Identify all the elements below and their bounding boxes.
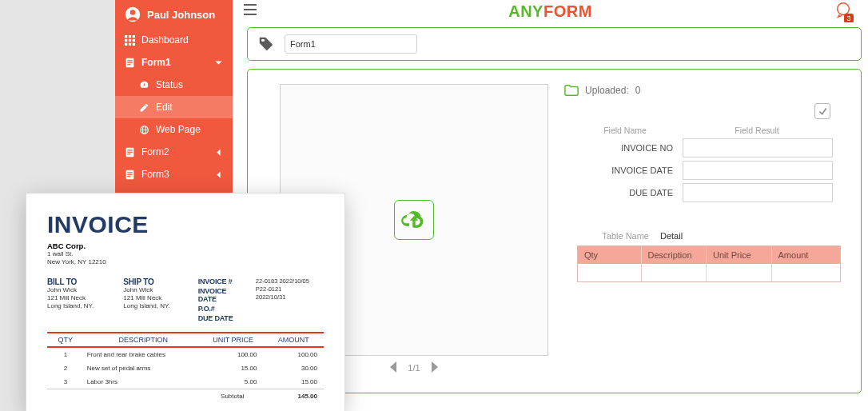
field-result-header: Field Result xyxy=(673,126,841,135)
inv-line-desc: Labor 3hrs xyxy=(84,378,203,385)
hamburger-menu-button[interactable] xyxy=(244,4,257,18)
table-name-value: Detail xyxy=(660,231,683,241)
detail-table-row[interactable] xyxy=(578,264,840,281)
detail-table: Qty Description Unit Price Amount xyxy=(577,245,841,282)
invdate-value: P22-0121 xyxy=(256,285,324,293)
field-input-due-date[interactable] xyxy=(683,183,833,202)
uploaded-row: Uploaded: 0 xyxy=(564,84,848,97)
col-amount: Amount xyxy=(772,246,840,264)
svg-rect-2 xyxy=(125,35,127,38)
inv-line-desc: New set of pedal arms xyxy=(84,365,203,372)
pager-prev-button[interactable] xyxy=(388,361,398,374)
sidebar-item-webpage[interactable]: Web Page xyxy=(115,118,233,141)
enable-checkbox[interactable] xyxy=(814,103,830,119)
svg-rect-25 xyxy=(127,176,130,177)
billto-name: John Wick xyxy=(47,286,112,294)
notifications-button[interactable]: 3 xyxy=(834,1,852,22)
form-name-input[interactable] xyxy=(285,34,417,54)
shipto-label: SHIP TO xyxy=(123,277,186,286)
invno-label: INVOICE # xyxy=(198,277,245,285)
invoice-addr2: New York, NY 12210 xyxy=(47,258,324,266)
billto-addr2: Long Island, NY. xyxy=(47,302,112,310)
form-icon xyxy=(125,170,135,180)
user-row[interactable]: Paul Johnson xyxy=(115,0,233,29)
field-input-invoice-no[interactable] xyxy=(683,138,833,158)
shipto-column: SHIP TO John Wick 121 Mill Neck Long Isl… xyxy=(123,277,186,322)
pager-next-button[interactable] xyxy=(430,361,440,374)
invoice-line: 2 New set of pedal arms 15.00 30.00 xyxy=(47,361,324,375)
sidebar-item-dashboard[interactable]: Dashboard xyxy=(115,29,233,51)
due-label: DUE DATE xyxy=(198,314,245,322)
tag-icon xyxy=(257,35,275,53)
sidebar-item-form3[interactable]: Form3 xyxy=(115,163,233,186)
inv-line-qty: 1 xyxy=(47,351,84,358)
inv-line-amt: 100.00 xyxy=(263,351,324,358)
field-label: INVOICE NO xyxy=(577,143,673,153)
svg-rect-28 xyxy=(244,14,257,15)
field-name-header: Field Name xyxy=(577,126,673,135)
table-name-label: Table Name xyxy=(577,231,649,241)
svg-rect-23 xyxy=(127,172,133,173)
hamburger-icon xyxy=(244,4,257,15)
uploaded-count: 0 xyxy=(635,85,641,96)
shipto-addr2: Long Island, NY. xyxy=(123,302,186,310)
svg-rect-19 xyxy=(127,150,133,150)
sidebar-item-label: Edit xyxy=(156,102,173,113)
svg-rect-14 xyxy=(127,64,130,65)
check-icon xyxy=(818,106,828,117)
detail-table-header: Qty Description Unit Price Amount xyxy=(578,246,840,264)
inv-line-amt: 15.00 xyxy=(263,378,324,385)
grid-icon xyxy=(125,35,135,46)
sidebar-form1-sub: Status Edit Web Page xyxy=(115,74,233,141)
inv-line-amt: 30.00 xyxy=(263,365,324,372)
sidebar-item-form1[interactable]: Form1 xyxy=(115,51,233,74)
inv-line-desc: Front and rear brake cables xyxy=(84,351,203,358)
svg-rect-7 xyxy=(133,38,135,41)
svg-point-1 xyxy=(130,10,136,15)
gauge-icon xyxy=(139,80,149,90)
field-row-invoice-no: INVOICE NO xyxy=(577,138,841,158)
chevron-left-icon xyxy=(214,148,223,157)
uploaded-label: Uploaded: xyxy=(585,85,629,96)
chevron-left-icon xyxy=(388,361,398,373)
upload-button[interactable] xyxy=(394,200,434,240)
field-row-due-date: DUE DATE xyxy=(577,183,841,202)
form-icon xyxy=(125,147,135,158)
check-row xyxy=(564,103,848,119)
svg-rect-26 xyxy=(244,4,257,6)
sidebar-item-edit[interactable]: Edit xyxy=(115,96,233,118)
invoice-subtotal-row: Subtotal 145.00 xyxy=(47,389,324,403)
sidebar-item-label: Status xyxy=(156,79,183,90)
sidebar-item-label: Form2 xyxy=(141,146,169,158)
billto-column: BILL TO John Wick 121 Mill Neck Long Isl… xyxy=(47,277,112,322)
svg-rect-5 xyxy=(125,38,127,41)
chevron-down-icon xyxy=(214,58,223,67)
field-input-invoice-date[interactable] xyxy=(683,161,833,180)
inv-col-up: UNIT PRICE xyxy=(203,333,264,346)
po-label: P.O.# xyxy=(198,305,245,313)
invoice-columns: BILL TO John Wick 121 Mill Neck Long Isl… xyxy=(47,277,324,322)
svg-rect-6 xyxy=(129,38,131,41)
invoice-company: ABC Corp. xyxy=(47,241,324,250)
field-label: INVOICE DATE xyxy=(577,166,673,175)
detail-table-area: Table Name Detail Qty Description Unit P… xyxy=(577,231,841,282)
table-name-row: Table Name Detail xyxy=(577,231,841,241)
svg-rect-24 xyxy=(127,174,133,174)
subtotal-label: Subtotal xyxy=(47,393,263,400)
sidebar-item-form2[interactable]: Form2 xyxy=(115,141,233,163)
svg-rect-4 xyxy=(133,35,135,38)
invoice-addr1: 1 wall St. xyxy=(47,250,324,258)
folder-icon xyxy=(564,84,579,97)
user-avatar-icon xyxy=(125,6,141,22)
billto-label: BILL TO xyxy=(47,277,112,286)
svg-rect-3 xyxy=(129,35,131,38)
inv-col-amount: AMOUNT xyxy=(263,333,324,346)
svg-rect-21 xyxy=(127,154,130,154)
sidebar-item-status[interactable]: Status xyxy=(115,74,233,96)
invno-value: 22-0183 2022/10/05 xyxy=(256,277,324,285)
sidebar-nav: Dashboard Form1 Status Edit Web Page For… xyxy=(115,29,233,186)
inv-line-up: 15.00 xyxy=(203,365,264,372)
inv-line-up: 100.00 xyxy=(203,351,264,358)
svg-rect-12 xyxy=(127,60,133,61)
pager-display: 1/1 xyxy=(408,363,420,373)
